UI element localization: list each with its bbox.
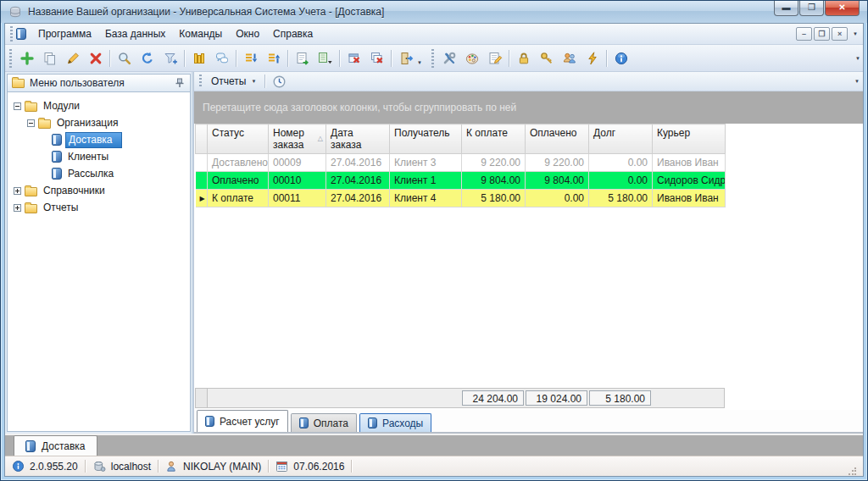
version-text: 2.0.955.20 bbox=[30, 461, 78, 473]
menu-spravka[interactable]: Справка bbox=[266, 25, 320, 42]
settings-icon[interactable] bbox=[437, 47, 460, 69]
folder-icon bbox=[25, 204, 37, 213]
add-icon[interactable] bbox=[15, 47, 38, 69]
mdi-minimize-button[interactable]: – bbox=[796, 27, 812, 41]
menu-komandy[interactable]: Команды bbox=[172, 25, 229, 42]
exit-menu-icon[interactable]: ▼ bbox=[417, 60, 422, 65]
collapse-all-icon[interactable] bbox=[262, 47, 285, 69]
window-icon bbox=[25, 440, 36, 452]
column-header-recipient[interactable]: Получатель bbox=[390, 124, 462, 154]
mdi-restore-button[interactable]: ❐ bbox=[814, 27, 830, 41]
menubar-overflow-icon[interactable]: ▼ bbox=[853, 31, 858, 36]
open-windows-bar: Доставка bbox=[5, 434, 863, 456]
date-panel: 07.06.2016 bbox=[275, 460, 344, 473]
resize-grip[interactable] bbox=[848, 467, 856, 476]
search-icon[interactable] bbox=[113, 47, 136, 69]
close-window-icon[interactable] bbox=[342, 47, 365, 69]
host-panel: localhost bbox=[92, 460, 151, 473]
delete-icon[interactable] bbox=[84, 47, 107, 69]
table-row[interactable]: ▶ К оплате 00011 27.04.2016 Клиент 4 5 1… bbox=[196, 190, 726, 207]
user-menu-header: Меню пользователя bbox=[7, 74, 191, 92]
date-text: 07.06.2016 bbox=[293, 461, 344, 473]
filter-icon[interactable] bbox=[159, 47, 181, 69]
connection-icon[interactable] bbox=[581, 47, 604, 69]
folder-icon bbox=[25, 187, 37, 196]
about-icon[interactable] bbox=[609, 47, 632, 69]
report-designer-icon[interactable] bbox=[483, 47, 506, 69]
column-header-status[interactable]: Статус bbox=[208, 124, 269, 154]
toolbar-grip[interactable] bbox=[9, 49, 12, 68]
reports-button[interactable]: Отчеты ▼ bbox=[205, 74, 262, 89]
lock-icon[interactable] bbox=[512, 47, 535, 69]
toolbar-overflow-icon[interactable]: ▼ bbox=[855, 56, 860, 61]
titlebar: Название Вашей организации - Универсальн… bbox=[1, 1, 867, 23]
mdi-close-button[interactable]: × bbox=[832, 27, 848, 41]
tab-raschet-uslug[interactable]: Расчет услуг bbox=[197, 410, 288, 432]
column-header-courier[interactable]: Курьер bbox=[653, 124, 726, 154]
summary-to-pay: 24 204.00 bbox=[462, 390, 524, 406]
refresh-icon[interactable] bbox=[136, 47, 159, 69]
user-text: NIKOLAY (MAIN) bbox=[183, 461, 261, 473]
expand-toggle-icon[interactable] bbox=[14, 204, 21, 212]
reports-toolbar-grip[interactable] bbox=[199, 75, 202, 88]
edit-icon[interactable] bbox=[61, 47, 84, 69]
tree-item-moduli[interactable]: Модули bbox=[9, 97, 190, 114]
minimize-button[interactable]: ▬ bbox=[774, 1, 798, 16]
copy-icon[interactable] bbox=[38, 47, 61, 69]
tree-item-dostavka[interactable]: Доставка bbox=[9, 131, 190, 148]
close-button[interactable]: ✕ bbox=[825, 1, 860, 16]
maximize-button[interactable]: ❐ bbox=[799, 1, 824, 16]
table-row[interactable]: Оплачено 00010 27.04.2016 Клиент 1 9 804… bbox=[196, 172, 726, 190]
detail-tab-strip: Расчет услуг Оплата Расходы bbox=[194, 410, 863, 434]
tree-item-spravochniki[interactable]: Справочники bbox=[9, 182, 190, 199]
comments-icon[interactable] bbox=[210, 47, 233, 69]
column-header-date[interactable]: Дата заказа bbox=[326, 124, 390, 154]
host-text: localhost bbox=[111, 461, 151, 473]
user-panel: NIKOLAY (MAIN) bbox=[165, 460, 261, 473]
collapse-toggle-icon[interactable] bbox=[14, 102, 21, 110]
summary-footer: 24 204.00 19 024.00 5 180.00 bbox=[195, 388, 725, 408]
module-icon bbox=[52, 151, 62, 163]
tree-item-otchety[interactable]: Отчеты bbox=[9, 199, 190, 216]
tab-rashody[interactable]: Расходы bbox=[359, 413, 431, 432]
focused-row-arrow-icon: ▶ bbox=[196, 190, 208, 207]
expand-all-icon[interactable] bbox=[239, 47, 262, 69]
module-icon bbox=[52, 134, 62, 146]
column-header-debt[interactable]: Долг bbox=[589, 124, 653, 154]
column-header-to-pay[interactable]: К оплате bbox=[462, 124, 526, 154]
collapse-toggle-icon[interactable] bbox=[27, 119, 35, 127]
selected-tree-label: Доставка bbox=[65, 132, 122, 148]
clock-icon[interactable] bbox=[268, 73, 291, 90]
close-all-windows-icon[interactable] bbox=[365, 47, 388, 69]
tree-item-klienty[interactable]: Клиенты bbox=[9, 148, 190, 165]
columns-icon[interactable] bbox=[187, 47, 210, 69]
expand-toggle-icon[interactable] bbox=[14, 187, 21, 195]
access-key-icon[interactable] bbox=[535, 47, 558, 69]
menu-baza-dannyh[interactable]: База данных bbox=[98, 25, 172, 42]
column-header-paid[interactable]: Оплачено bbox=[526, 124, 589, 154]
user-menu-tree: Модули Организация Доставка Клиенты bbox=[7, 92, 191, 432]
tab-icon bbox=[299, 417, 309, 428]
user-icon bbox=[165, 460, 178, 473]
pin-icon[interactable] bbox=[174, 77, 186, 89]
reports-overflow-icon[interactable]: ▼ bbox=[854, 79, 860, 84]
menu-programma[interactable]: Программа bbox=[31, 25, 98, 42]
group-by-panel[interactable]: Перетащите сюда заголовок колонки, чтобы… bbox=[194, 91, 863, 124]
tab-oplata[interactable]: Оплата bbox=[291, 413, 357, 432]
export-excel-menu-icon[interactable] bbox=[314, 47, 337, 69]
users-icon[interactable] bbox=[558, 47, 581, 69]
menubar-grip[interactable] bbox=[10, 26, 13, 41]
export-excel-icon[interactable] bbox=[291, 47, 314, 69]
calendar-icon bbox=[275, 460, 288, 473]
table-row[interactable]: Доставлено 00009 27.04.2016 Клиент 3 9 2… bbox=[196, 154, 726, 172]
toolbar2-grip[interactable] bbox=[431, 49, 434, 68]
appearance-icon[interactable] bbox=[460, 47, 483, 69]
menu-okno[interactable]: Окно bbox=[229, 25, 266, 42]
mdi-child-icon[interactable] bbox=[16, 28, 26, 40]
mdi-tab-dostavka[interactable]: Доставка bbox=[14, 435, 97, 456]
exit-icon[interactable] bbox=[394, 47, 417, 69]
tree-item-organizatsiya[interactable]: Организация bbox=[9, 114, 190, 131]
reports-toolbar: Отчеты ▼ ▼ bbox=[194, 72, 863, 91]
column-header-number[interactable]: Номер заказа△ bbox=[269, 124, 326, 154]
tree-item-rassylka[interactable]: Рассылка bbox=[9, 165, 190, 182]
